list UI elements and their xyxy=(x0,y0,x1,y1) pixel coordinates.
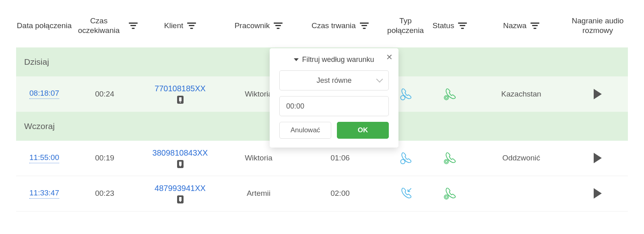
client-link[interactable]: 770108185XX xyxy=(155,84,206,93)
col-header-employee[interactable]: Pracownik xyxy=(223,21,294,31)
chevron-down-icon xyxy=(377,78,382,83)
col-header-status[interactable]: Status xyxy=(425,21,475,31)
wait-time: 00:24 xyxy=(95,90,114,99)
employee-name: Artemii xyxy=(247,189,270,198)
wait-time: 00:19 xyxy=(95,154,114,162)
call-status-ok-icon xyxy=(443,87,457,101)
col-header-date[interactable]: Data połączenia xyxy=(16,21,72,31)
employee-name: Wiktoria xyxy=(245,154,272,162)
call-name: Kazachstan xyxy=(501,90,541,99)
ok-button[interactable]: OK xyxy=(337,122,389,139)
close-icon[interactable]: ✕ xyxy=(386,53,393,61)
client-link[interactable]: 3809810843XX xyxy=(153,148,208,158)
call-incoming-icon xyxy=(398,186,413,201)
svg-point-1 xyxy=(444,95,448,100)
col-header-type[interactable]: Typ połączenia xyxy=(386,16,425,35)
filter-icon[interactable] xyxy=(129,23,137,29)
filter-icon[interactable] xyxy=(274,23,283,29)
call-name: Oddzwonić xyxy=(502,154,540,162)
call-callback-icon xyxy=(398,87,413,101)
col-header-duration[interactable]: Czas trwania xyxy=(294,21,386,31)
play-button[interactable] xyxy=(594,188,602,199)
call-time-link[interactable]: 11:55:00 xyxy=(29,153,59,163)
calls-table: Data połączenia Czas oczekiwania Klient … xyxy=(0,0,644,211)
col-header-duration-label: Czas trwania xyxy=(312,21,356,31)
svg-point-5 xyxy=(444,195,448,199)
filter-icon[interactable] xyxy=(530,23,539,29)
col-header-client-label: Klient xyxy=(164,21,184,31)
col-header-type-label: Typ połączenia xyxy=(386,16,425,35)
client-link[interactable]: 487993941XX xyxy=(155,184,206,193)
col-header-employee-label: Pracownik xyxy=(235,21,270,31)
filter-value-input[interactable] xyxy=(279,96,389,116)
mobile-icon xyxy=(177,96,184,104)
popover-title-label: Filtruj według warunku xyxy=(302,55,374,64)
play-button[interactable] xyxy=(594,89,602,99)
table-header-row: Data połączenia Czas oczekiwania Klient … xyxy=(16,16,628,47)
col-header-audio-label: Nagranie audio rozmowy xyxy=(568,16,628,35)
svg-point-0 xyxy=(445,96,447,99)
call-status-ok-icon xyxy=(443,151,457,165)
filter-icon[interactable] xyxy=(360,23,369,29)
col-header-date-label: Data połączenia xyxy=(17,21,72,31)
col-header-wait[interactable]: Czas oczekiwania xyxy=(72,16,137,35)
cancel-button[interactable]: Anulować xyxy=(279,122,331,139)
svg-point-2 xyxy=(445,160,447,162)
svg-point-3 xyxy=(444,160,448,164)
col-header-status-label: Status xyxy=(433,21,454,31)
svg-point-4 xyxy=(445,196,447,198)
col-header-wait-label: Czas oczekiwania xyxy=(72,16,125,35)
col-header-name[interactable]: Nazwa xyxy=(475,21,568,31)
filter-icon[interactable] xyxy=(187,23,196,29)
table-row: 11:33:47 00:23 487993941XX Artemii 02:00 xyxy=(16,176,628,211)
chevron-down-icon xyxy=(294,58,299,61)
filter-icon[interactable] xyxy=(458,23,467,29)
popover-title: Filtruj według warunku xyxy=(279,55,389,64)
call-callback-icon xyxy=(398,151,413,165)
col-header-client[interactable]: Klient xyxy=(137,21,223,31)
play-button[interactable] xyxy=(594,153,602,163)
call-time-link[interactable]: 08:18:07 xyxy=(29,89,59,99)
mobile-icon xyxy=(177,195,184,203)
filter-popover: ✕ Filtruj według warunku Jest równe Anul… xyxy=(270,48,398,148)
duration-value: 02:00 xyxy=(330,189,350,198)
col-header-audio[interactable]: Nagranie audio rozmowy xyxy=(568,16,628,35)
group-label: Dzisiaj xyxy=(24,57,49,67)
call-status-ok-icon xyxy=(443,186,457,201)
condition-select[interactable]: Jest równe xyxy=(279,70,389,90)
mobile-icon xyxy=(177,160,184,168)
col-header-name-label: Nazwa xyxy=(503,21,526,31)
wait-time: 00:23 xyxy=(95,189,114,198)
group-label: Wczoraj xyxy=(24,121,55,131)
duration-value: 01:06 xyxy=(330,154,350,162)
call-time-link[interactable]: 11:33:47 xyxy=(29,189,59,199)
employee-name: Wiktoria xyxy=(245,90,272,99)
